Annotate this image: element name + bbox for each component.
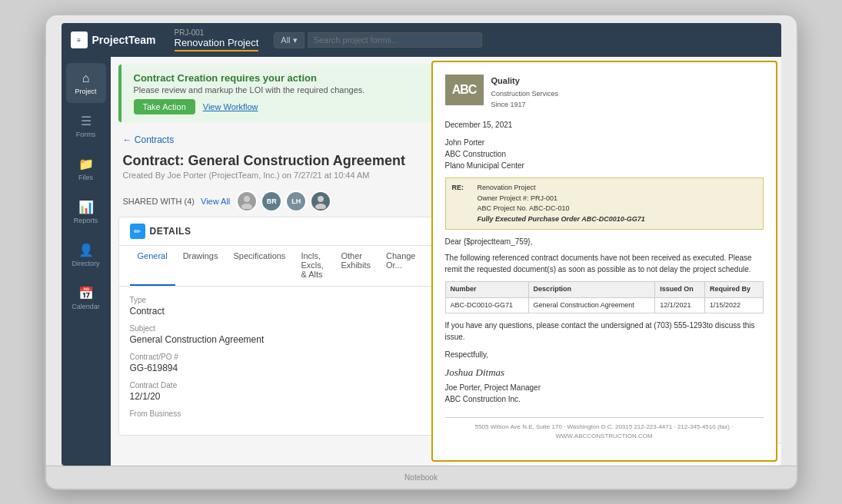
contract-meta: Created By Joe Porter (ProjectTeam, Inc.…: [123, 171, 431, 180]
details-title: DETAILS: [150, 226, 191, 237]
col-number: Number: [445, 282, 528, 298]
reports-icon: 📊: [78, 200, 94, 214]
field-label-contract-po: Contract/PO #: [130, 353, 424, 361]
letter-salutation: Dear {$projectteam_759},: [445, 236, 764, 247]
sidebar: ⌂ Project ☰ Forms 📁 Files 📊 Reports 👤: [62, 57, 111, 466]
sidebar-item-forms[interactable]: ☰ Forms: [66, 106, 106, 146]
take-action-button[interactable]: Take Action: [134, 99, 195, 114]
tabs-bar: General Drawings Specifications Incls, E…: [119, 246, 434, 287]
letter-recipient-location: Plano Municipal Center: [445, 160, 764, 171]
project-info: PRJ-001 Renovation Project: [175, 28, 259, 51]
svg-point-0: [244, 196, 250, 202]
laptop-label: Notebook: [404, 473, 438, 482]
re-abc-project: ABC Project No. ABC-DC-010: [452, 204, 757, 214]
letter-company-info: Quality Construction Services Since 1917: [491, 75, 559, 110]
company-quality: Quality: [491, 75, 559, 88]
letter-re-box: RE: Renovation Project Owner Project #: …: [445, 177, 764, 230]
search-input[interactable]: [308, 32, 482, 48]
alert-banner: Contract Creation requires your action P…: [118, 65, 435, 122]
field-contract-po: Contract/PO # GG-619894: [130, 353, 424, 373]
left-panel: Contract Creation requires your action P…: [111, 57, 443, 466]
shared-label: SHARED WITH (4): [123, 197, 195, 206]
sidebar-label-project: Project: [75, 88, 96, 95]
shared-with-section: SHARED WITH (4) View All BR LH: [111, 186, 443, 217]
cell-description: General Construction Agreement: [528, 297, 655, 313]
company-since: Since 1917: [491, 99, 559, 110]
re-italic: Fully Executed Purchase Order ABC-DC0010…: [452, 214, 757, 225]
tab-other-exhibits[interactable]: Other Exhibits: [333, 246, 378, 286]
main-content: Contract Creation requires your action P…: [111, 57, 781, 466]
sidebar-label-files: Files: [78, 174, 93, 181]
sidebar-item-calendar[interactable]: 📅 Calendar: [66, 278, 106, 318]
field-from-business: From Business: [130, 410, 424, 418]
tab-general[interactable]: General: [130, 246, 175, 286]
field-label-from-business: From Business: [130, 410, 424, 418]
sidebar-item-reports[interactable]: 📊 Reports: [66, 192, 106, 232]
field-label-type: Type: [130, 296, 424, 304]
table-row: ABC-DC0010-GG71 General Construction Agr…: [445, 297, 763, 313]
tab-incls[interactable]: Incls, Excls, & Alts: [293, 246, 333, 286]
letter-footer: 5505 Wilson Ave N.E. Suite 170 · Washing…: [445, 417, 764, 441]
tab-change-order[interactable]: Change Or...: [378, 246, 424, 286]
cell-number: ABC-DC0010-GG71: [445, 297, 528, 313]
alert-title: Contract Creation requires your action: [134, 72, 423, 84]
re-owner-project: Owner Project #: PRJ-001: [452, 194, 757, 204]
app-body: ⌂ Project ☰ Forms 📁 Files 📊 Reports 👤: [62, 57, 781, 466]
field-label-subject: Subject: [130, 324, 424, 333]
sidebar-item-project[interactable]: ⌂ Project: [66, 63, 106, 103]
letter-panel: ABC Quality Construction Services Since …: [431, 61, 777, 462]
letter-header: ABC Quality Construction Services Since …: [445, 75, 764, 110]
letter-logo: ABC: [445, 75, 484, 105]
view-all-link[interactable]: View All: [201, 197, 230, 206]
directory-icon: 👤: [78, 243, 94, 257]
details-header: ✏ DETAILS: [119, 217, 434, 246]
breadcrumb[interactable]: ← Contracts: [111, 130, 443, 150]
calendar-icon: 📅: [78, 286, 94, 300]
letter-table: Number Description Issued On Required By…: [445, 281, 764, 313]
app-logo: ≡ ProjectTeam: [71, 32, 156, 48]
logo-icon: ≡: [71, 32, 88, 48]
field-contract-date: Contract Date 12/1/20: [130, 381, 424, 402]
letter-signer-name: Joe Porter, Project Manager: [445, 382, 764, 393]
sidebar-item-directory[interactable]: 👤 Directory: [66, 235, 106, 275]
cell-required-by: 1/15/2022: [704, 297, 763, 313]
home-icon: ⌂: [82, 71, 90, 85]
files-icon: 📁: [78, 157, 94, 171]
avatar-4: [310, 191, 331, 212]
project-name[interactable]: Renovation Project: [175, 37, 259, 51]
company-services: Construction Services: [491, 88, 559, 99]
avatar-3: LH: [285, 191, 307, 212]
forms-icon: ☰: [81, 114, 92, 128]
col-description: Description: [528, 282, 655, 298]
avatar-2: BR: [261, 191, 282, 212]
view-workflow-button[interactable]: View Workflow: [203, 102, 258, 111]
avatar-1: [236, 191, 258, 212]
contract-header: Contract: General Construction Agreement…: [111, 150, 443, 186]
col-issued-on: Issued On: [655, 282, 705, 298]
search-filter-all[interactable]: All ▾: [274, 32, 304, 48]
field-value-type: Contract: [130, 306, 424, 317]
sidebar-item-files[interactable]: 📁 Files: [66, 149, 106, 189]
field-subject: Subject General Construction Agreement: [130, 324, 424, 345]
person-icon-2: [313, 194, 328, 209]
project-id: PRJ-001: [175, 28, 259, 37]
sidebar-label-calendar: Calendar: [72, 303, 100, 310]
top-navigation-bar: ≡ ProjectTeam PRJ-001 Renovation Project…: [62, 23, 781, 57]
tab-drawings[interactable]: Drawings: [175, 246, 226, 286]
svg-point-1: [241, 204, 252, 209]
letter-date: December 15, 2021: [445, 119, 764, 131]
person-icon: [239, 194, 255, 209]
svg-point-2: [318, 196, 324, 202]
brand-name: ProjectTeam: [92, 34, 156, 46]
svg-point-3: [315, 204, 326, 209]
sidebar-label-directory: Directory: [72, 260, 99, 267]
tab-specifications[interactable]: Specifications: [226, 246, 294, 286]
alert-actions: Take Action View Workflow: [134, 99, 423, 114]
cell-issued-on: 12/1/2021: [655, 297, 705, 313]
letter-re-row: RE: Renovation Project: [452, 183, 757, 194]
re-label: RE:: [452, 183, 471, 194]
letter-signature: Joshua Ditmas: [445, 365, 764, 380]
avatars-list: BR LH: [236, 191, 331, 212]
breadcrumb-back[interactable]: ← Contracts: [123, 134, 175, 145]
search-bar: All ▾: [274, 32, 481, 48]
